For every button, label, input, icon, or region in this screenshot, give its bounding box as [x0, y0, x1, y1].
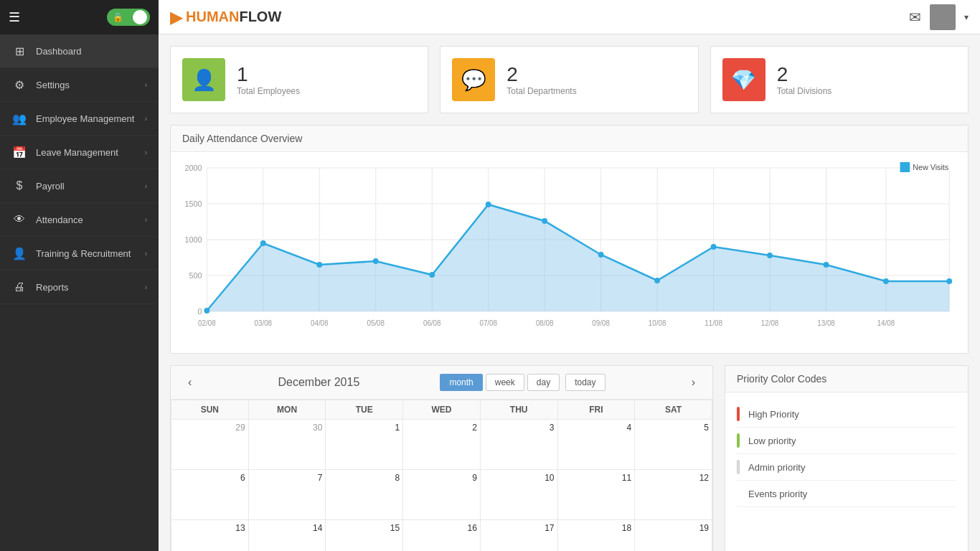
stat-icon-box-employees: 👤	[182, 58, 225, 101]
sidebar-label-settings: Settings	[36, 80, 145, 90]
mail-icon[interactable]: ✉	[909, 9, 921, 26]
sidebar-item-employee-management[interactable]: 👥 Employee Management ›	[0, 102, 159, 136]
svg-text:2000: 2000	[184, 164, 202, 172]
svg-text:07/08: 07/08	[479, 319, 497, 327]
priority-item: Admin priority	[737, 454, 956, 481]
cal-day-cell[interactable]: 1	[326, 420, 403, 470]
sidebar-item-training-recruitment[interactable]: 👤 Training & Recruitment ›	[0, 237, 159, 270]
cal-week-row: 293012345	[171, 420, 712, 470]
day-number: 4	[561, 423, 632, 433]
sidebar-header: ☰ 🔒	[0, 0, 159, 34]
nav-arrow-leave-management-icon: ›	[145, 149, 147, 156]
svg-text:06/08: 06/08	[423, 319, 441, 327]
calendar-day-button[interactable]: day	[527, 374, 560, 391]
cal-day-cell[interactable]: 3	[480, 420, 557, 470]
cal-day-cell[interactable]: 8	[326, 470, 403, 520]
chart-area-fill	[207, 204, 949, 311]
sidebar-item-reports[interactable]: 🖨 Reports ›	[0, 270, 159, 304]
sidebar-label-payroll: Payroll	[36, 181, 145, 192]
priority-title: Priority Color Codes	[725, 366, 968, 392]
nav-arrow-reports-icon: ›	[145, 283, 147, 291]
priority-dot-red-icon	[737, 407, 740, 421]
sidebar-item-settings[interactable]: ⚙ Settings ›	[0, 68, 159, 102]
topbar: ▶ HUMANFLOW ✉ ▾	[159, 0, 980, 34]
priority-dot-green-icon	[737, 433, 740, 448]
cal-day-cell[interactable]: 17	[480, 520, 557, 552]
cal-day-cell[interactable]: 5	[635, 420, 712, 470]
priority-label: High Priority	[748, 409, 799, 420]
calendar-title: December 2015	[278, 376, 359, 389]
calendar-view-buttons: month week day	[440, 374, 560, 391]
cal-day-cell[interactable]: 29	[171, 420, 249, 470]
cal-header-mon: MON	[248, 400, 326, 420]
cal-header-fri: FRI	[557, 400, 635, 420]
calendar-prev-button[interactable]: ‹	[182, 373, 197, 392]
sidebar-item-dashboard[interactable]: ⊞ Dashboard	[0, 34, 159, 68]
divisions-icon: 💎	[731, 68, 756, 92]
priority-dot-white-icon	[737, 460, 740, 474]
cal-day-cell[interactable]: 14	[248, 520, 326, 552]
svg-text:04/08: 04/08	[311, 319, 329, 327]
stat-cards: 👤 1 Total Employees 💬 2 Total Department…	[170, 46, 969, 113]
chart-point	[946, 278, 952, 284]
calendar-grid: SUNMONTUEWEDTHUFRISAT 293012345678910111…	[171, 400, 712, 551]
reports-icon: 🖨	[11, 279, 27, 295]
cal-header-tue: TUE	[326, 400, 403, 420]
day-number: 12	[638, 473, 709, 483]
cal-day-cell[interactable]: 10	[480, 470, 557, 520]
nav-arrow-settings-icon: ›	[145, 81, 147, 89]
chart-title: Daily Attendance Overview	[171, 126, 968, 152]
cal-day-cell[interactable]: 2	[403, 420, 481, 470]
sidebar-item-payroll[interactable]: $ Payroll ›	[0, 169, 159, 203]
day-number: 29	[174, 423, 245, 433]
svg-text:0: 0	[197, 307, 202, 316]
stat-card-divisions: 💎 2 Total Divisions	[710, 46, 969, 113]
priority-dot-none-icon	[737, 486, 740, 501]
sidebar-label-leave-management: Leave Management	[36, 147, 145, 158]
calendar-week-button[interactable]: week	[486, 374, 524, 391]
calendar-next-button[interactable]: ›	[686, 373, 701, 392]
cal-day-cell[interactable]: 11	[557, 470, 635, 520]
priority-item: High Priority	[737, 401, 956, 428]
cal-day-cell[interactable]: 13	[171, 520, 249, 552]
cal-day-cell[interactable]: 9	[403, 470, 481, 520]
calendar-header: ‹ December 2015 month week day today ›	[171, 366, 712, 400]
calendar-month-button[interactable]: month	[440, 374, 482, 391]
chart-point	[711, 244, 717, 250]
cal-week-row: 13141516171819	[171, 520, 712, 552]
employees-icon: 👤	[192, 68, 217, 92]
cal-day-cell[interactable]: 6	[171, 470, 249, 520]
user-dropdown-arrow-icon[interactable]: ▾	[964, 12, 969, 22]
calendar-today-button[interactable]: today	[565, 374, 605, 391]
cal-day-cell[interactable]: 30	[248, 420, 326, 470]
chart-point	[767, 253, 773, 258]
chart-point	[486, 202, 491, 207]
stat-info-employees: 1 Total Employees	[237, 63, 300, 96]
cal-header-wed: WED	[403, 400, 481, 420]
cal-day-cell[interactable]: 19	[635, 520, 712, 552]
stat-icon-box-divisions: 💎	[722, 58, 765, 101]
cal-day-cell[interactable]: 18	[557, 520, 635, 552]
toggle-switch[interactable]: 🔒	[107, 9, 150, 26]
sidebar-item-leave-management[interactable]: 📅 Leave Management ›	[0, 136, 159, 169]
cal-day-cell[interactable]: 15	[326, 520, 403, 552]
calendar-section: ‹ December 2015 month week day today ›	[170, 365, 713, 551]
priority-label: Events priority	[748, 489, 807, 499]
cal-header-thu: THU	[480, 400, 557, 420]
user-avatar[interactable]	[930, 4, 956, 30]
cal-day-cell[interactable]: 7	[248, 470, 326, 520]
sidebar-item-attendance[interactable]: 👁 Attendance ›	[0, 203, 159, 237]
chart-point	[373, 258, 379, 264]
cal-day-cell[interactable]: 12	[635, 470, 712, 520]
chart-point	[598, 252, 604, 258]
cal-day-cell[interactable]: 4	[557, 420, 635, 470]
svg-text:1000: 1000	[184, 235, 202, 244]
stat-info-departments: 2 Total Departments	[507, 63, 576, 96]
nav-arrow-payroll-icon: ›	[145, 182, 147, 190]
hamburger-icon[interactable]: ☰	[9, 9, 20, 25]
sidebar-label-training-recruitment: Training & Recruitment	[36, 248, 145, 259]
chart-point	[429, 272, 435, 278]
cal-header-sun: SUN	[171, 400, 249, 420]
cal-day-cell[interactable]: 16	[403, 520, 481, 552]
sidebar-label-dashboard: Dashboard	[36, 46, 147, 57]
